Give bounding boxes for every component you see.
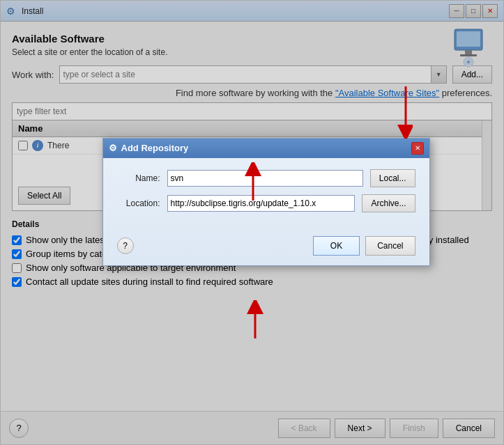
dialog-name-row: Name: Local... [117,169,415,187]
dialog-body: Name: Local... Location: Archive... [103,158,429,231]
dialog-ok-button[interactable]: OK [313,236,360,256]
local-button[interactable]: Local... [370,169,415,187]
dialog-location-row: Location: Archive... [117,194,415,212]
dialog-help-button[interactable]: ? [117,237,134,254]
dialog-name-label: Name: [117,173,160,183]
dialog-title-bar: ⚙ Add Repository ✕ [103,139,429,158]
dialog-location-label: Location: [117,198,160,208]
archive-button[interactable]: Archive... [362,194,415,212]
dialog-close-button[interactable]: ✕ [411,142,424,155]
dialog-cancel-button[interactable]: Cancel [365,236,415,256]
dialog-location-input[interactable] [167,195,356,212]
dialog-title-icon: ⚙ [109,143,117,153]
dialog-name-input[interactable] [167,170,363,187]
dialog-footer: ? OK Cancel [103,231,429,265]
main-window: ⚙ Install ─ □ ✕ Available Software Selec… [0,0,504,445]
modal-overlay: ⚙ Add Repository ✕ Name: Local... Locati… [1,1,503,444]
dialog-action-buttons: OK Cancel [313,236,415,256]
dialog-title-text: Add Repository [121,143,411,153]
add-repository-dialog: ⚙ Add Repository ✕ Name: Local... Locati… [102,138,430,266]
